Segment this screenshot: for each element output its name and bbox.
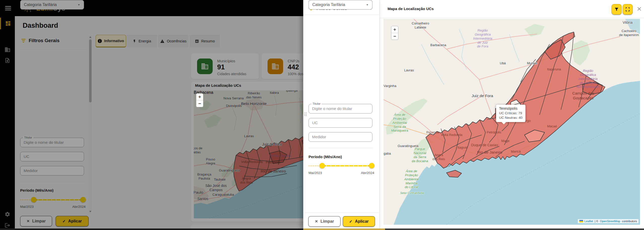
drawer-drag-handle[interactable]	[304, 112, 307, 116]
map-label: Juiz de Fora	[472, 94, 493, 98]
zoom-out-button[interactable]: −	[391, 33, 398, 40]
leaflet-link[interactable]: Leaflet	[584, 220, 593, 223]
map-label: Campos dos Goytacazes	[572, 91, 594, 101]
map-label: Área de Proteção Ambiental Marinha do Li…	[404, 169, 419, 189]
x-icon	[315, 219, 318, 224]
map-label: Macaé	[547, 124, 557, 128]
map-label: Guaratinguetá	[398, 144, 418, 148]
titular-field-wrap: Titular	[309, 103, 372, 113]
map-label: Maricá	[511, 150, 521, 154]
map-label: Região Geográfica Intermediária de Campo…	[576, 69, 600, 89]
map-label: Varginha	[384, 84, 396, 88]
big-map[interactable]: Conselheiro LafaieteVitóriaCachoeiro de …	[384, 19, 640, 225]
osm-link[interactable]: OpenStreetMap	[600, 220, 620, 223]
map-label: Magé	[501, 139, 510, 143]
fullscreen-icon	[625, 7, 630, 12]
map-label: Área de Proteção Ambiental Serra da Mant…	[391, 113, 408, 133]
map-label: Cachoeiro de Itapemirim	[619, 29, 639, 37]
ukraine-flag-icon	[579, 220, 583, 222]
map-label: Petrópolis	[487, 130, 501, 134]
period-label: Período (Mês/Ano)	[309, 155, 342, 159]
map-label: Barbacena	[430, 43, 446, 47]
uc-input[interactable]	[309, 118, 372, 128]
drawer-footer-divider	[303, 213, 379, 213]
map-attribution: Leaflet | © OpenStreetMap contributors	[578, 219, 638, 223]
apply-button[interactable]: Aplicar	[343, 216, 375, 227]
tooltip-city: Teresópolis	[499, 106, 522, 110]
map-label: Itaperuna	[547, 67, 561, 71]
period-slider	[308, 163, 374, 168]
app-root: LumiSys Dashboard Filtros G	[0, 0, 644, 230]
zoom-in-button[interactable]: +	[391, 26, 398, 33]
period-start: Mai/2023	[309, 171, 322, 175]
map-label: Rio de Janeiro	[477, 150, 502, 155]
period-end: Abr/2024	[361, 171, 374, 175]
chevron-down-icon	[366, 4, 369, 6]
titular-label: Titular	[311, 102, 322, 105]
slider-range	[322, 165, 374, 166]
map-label: Região Geográfica Intermediária de Juiz …	[473, 28, 492, 48]
map-label: Conselheiro Lafaiete	[412, 21, 429, 30]
slider-handle-end[interactable]	[369, 163, 374, 168]
map-dialog-title: Mapa de Localização UCs	[388, 7, 434, 11]
small-map-zoom-control: + −	[196, 93, 203, 107]
map-filter-button[interactable]	[612, 4, 622, 15]
drawer-filter-selects: Estado Concessionária Região Municípios …	[309, 0, 372, 230]
map-label: Parque Nacional da Serra da Bocaina	[412, 147, 428, 163]
map-label: Lavras	[404, 68, 414, 72]
map-label: Muriaé	[527, 61, 537, 65]
filter-icon	[614, 7, 619, 12]
map-label: Volta Redonda	[441, 133, 462, 137]
zoom-in-button[interactable]: +	[196, 94, 203, 100]
map-label: Resende	[426, 130, 439, 134]
map-label: Ubá	[500, 61, 506, 65]
map-label: Setor Cunhambebe	[400, 191, 424, 195]
map-label: Vitória	[623, 20, 632, 25]
window-bottom-edge	[303, 228, 385, 230]
tooltip-criticas: UC Críticas: 79	[499, 111, 522, 116]
map-label: Itaguaí	[458, 146, 468, 150]
map-label: Duque de Caxias	[471, 143, 498, 147]
map-tooltip: Teresópolis UC Críticas: 79 UC Neutras: …	[496, 105, 525, 122]
window-bottom-edge	[385, 228, 644, 230]
map-label: Pindamonhangaba	[384, 152, 391, 156]
tooltip-neutras: UC Neutras: 40	[499, 116, 522, 120]
window-bottom-edge	[0, 228, 303, 230]
period-dates: Mai/2023 Abr/2024	[309, 171, 374, 175]
divider	[309, 148, 373, 148]
titular-input[interactable]	[309, 104, 372, 113]
zoom-out-button[interactable]: −	[196, 100, 203, 107]
big-map-zoom-control: + −	[391, 26, 398, 40]
medidor-input[interactable]	[309, 132, 372, 142]
close-icon[interactable]	[637, 6, 642, 12]
clear-button[interactable]: Limpar	[308, 216, 340, 227]
map-label: Angra dos Reis	[432, 153, 445, 161]
check-icon	[349, 219, 352, 224]
slider-handle-start[interactable]	[319, 163, 325, 168]
dialog-header-divider	[380, 18, 644, 18]
filter-select[interactable]: Categoria Tarifária	[309, 0, 372, 10]
map-fullscreen-button[interactable]	[623, 4, 633, 15]
modal-dim-overlay[interactable]	[0, 0, 303, 230]
